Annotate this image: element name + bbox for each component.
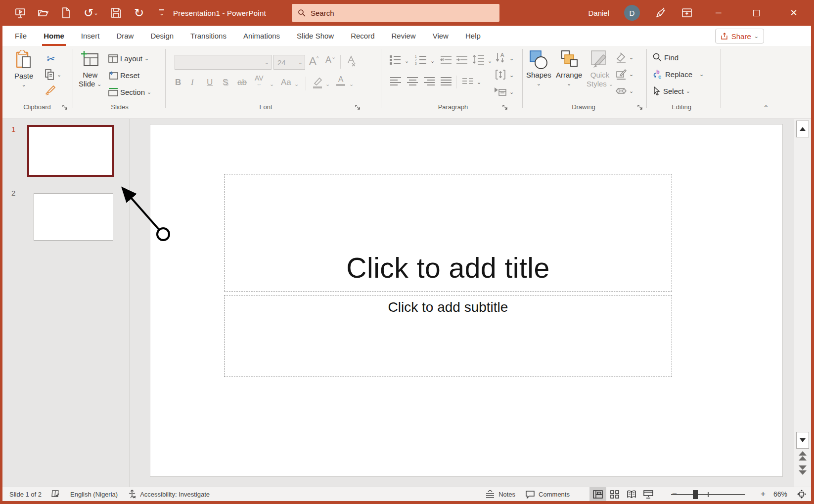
chevron-down-icon[interactable]: ⌄ xyxy=(296,60,305,65)
next-slide-button[interactable] xyxy=(797,464,808,475)
chevron-down-icon[interactable]: ⌄ xyxy=(629,88,633,94)
replace-button[interactable]: b c Replace ⌄ xyxy=(652,68,704,81)
tab-animations[interactable]: Animations xyxy=(235,26,288,46)
chevron-down-icon[interactable]: ⌄ xyxy=(509,56,514,61)
chevron-down-icon[interactable]: ⌄ xyxy=(325,82,330,87)
scroll-up-button[interactable] xyxy=(796,121,809,137)
collapse-ribbon-button[interactable]: ⌃ xyxy=(763,104,769,111)
italic-button[interactable]: I xyxy=(191,78,194,87)
format-painter-button[interactable] xyxy=(45,84,57,96)
bullets-button[interactable] xyxy=(390,55,402,65)
quick-styles-button[interactable]: Quick Styles ⌄ xyxy=(587,50,613,88)
slide2-thumbnail[interactable] xyxy=(34,193,113,241)
title-placeholder[interactable]: Click to add title xyxy=(224,174,672,292)
chevron-down-icon[interactable]: ⌄ xyxy=(93,10,98,16)
chevron-down-icon[interactable]: ⌄ xyxy=(477,80,481,85)
font-dialog-launcher[interactable] xyxy=(355,104,361,111)
accessibility-checker[interactable]: Accessibility: Investigate xyxy=(123,487,215,502)
redo-icon[interactable]: ↻ xyxy=(133,7,145,19)
comments-button[interactable]: Comments xyxy=(520,487,575,502)
clear-formatting-button[interactable] xyxy=(345,55,357,67)
line-spacing-button[interactable] xyxy=(472,54,485,65)
minimize-button[interactable]: ─ xyxy=(707,0,730,26)
presenter-coach-icon[interactable] xyxy=(655,7,667,19)
shape-fill-button[interactable] xyxy=(615,52,627,64)
fit-slide-to-window-button[interactable] xyxy=(792,489,811,499)
tab-transitions[interactable]: Transitions xyxy=(182,26,235,46)
language-indicator[interactable]: English (Nigeria) xyxy=(65,487,123,502)
maximize-button[interactable] xyxy=(745,0,768,26)
tab-draw[interactable]: Draw xyxy=(108,26,142,46)
select-button[interactable]: Select ⌄ xyxy=(652,84,690,97)
chevron-down-icon[interactable]: ⌄ xyxy=(294,82,299,87)
search-box[interactable] xyxy=(292,4,499,22)
tab-slide-show[interactable]: Slide Show xyxy=(288,26,342,46)
chevron-down-icon[interactable]: ⌄ xyxy=(349,82,354,87)
tab-view[interactable]: View xyxy=(424,26,457,46)
align-text-button[interactable] xyxy=(495,69,506,81)
justify-button[interactable] xyxy=(440,77,452,86)
new-slide-button[interactable]: New Slide ⌄ xyxy=(79,50,102,88)
highlight-color-button[interactable] xyxy=(312,77,323,89)
tab-record[interactable]: Record xyxy=(342,26,383,46)
strikethrough-button[interactable]: ab xyxy=(237,78,247,87)
chevron-down-icon[interactable]: ⌄ xyxy=(488,58,492,64)
paste-button[interactable]: Paste ⌄ xyxy=(14,50,33,87)
chevron-down-icon[interactable]: ⌄ xyxy=(263,60,271,65)
normal-view-button[interactable] xyxy=(589,487,606,502)
shape-effects-button[interactable] xyxy=(615,85,627,96)
font-name-combo[interactable]: ⌄ xyxy=(175,55,271,70)
convert-smartart-button[interactable] xyxy=(494,85,506,97)
bold-button[interactable]: B xyxy=(175,78,181,87)
open-icon[interactable] xyxy=(37,7,49,19)
slide1-thumbnail[interactable] xyxy=(27,125,114,177)
find-button[interactable]: Find xyxy=(652,51,678,64)
chevron-down-icon[interactable]: ⌄ xyxy=(430,58,435,64)
tab-file[interactable]: File xyxy=(6,26,35,46)
slideshow-view-button[interactable] xyxy=(640,487,657,502)
increase-font-size-button[interactable]: A^ xyxy=(309,55,318,68)
chevron-down-icon[interactable]: ⌄ xyxy=(509,73,514,78)
chevron-down-icon[interactable]: ⌄ xyxy=(405,58,409,64)
slide-editing-surface[interactable]: Click to add title Click to add subtitle xyxy=(150,124,783,477)
slide-sorter-view-button[interactable] xyxy=(606,487,623,502)
slide-indicator[interactable]: Slide 1 of 2 xyxy=(2,487,46,502)
zoom-percentage[interactable]: 66% xyxy=(769,487,792,502)
tab-design[interactable]: Design xyxy=(142,26,182,46)
start-slideshow-icon[interactable] xyxy=(14,7,26,19)
scroll-down-button[interactable] xyxy=(796,432,809,449)
font-color-button[interactable]: A xyxy=(336,76,345,86)
chevron-down-icon[interactable]: ⌄ xyxy=(629,55,633,60)
arrange-button[interactable]: Arrange ⌄ xyxy=(556,50,582,86)
customize-qat-icon[interactable]: ⌄ xyxy=(156,7,168,19)
text-shadow-button[interactable]: S xyxy=(223,78,228,87)
align-left-button[interactable] xyxy=(390,77,402,86)
shapes-button[interactable]: Shapes ⌄ xyxy=(526,50,551,86)
layout-button[interactable]: Layout ⌄ xyxy=(108,52,149,65)
user-name[interactable]: Daniel xyxy=(588,9,609,17)
decrease-font-size-button[interactable]: A⌄ xyxy=(325,55,336,65)
ribbon-display-options-icon[interactable] xyxy=(681,7,692,18)
change-case-button[interactable]: Aa xyxy=(281,78,291,87)
previous-slide-button[interactable] xyxy=(797,451,808,462)
tab-help[interactable]: Help xyxy=(457,26,489,46)
section-button[interactable]: Section ⌄ xyxy=(108,85,151,98)
decrease-indent-button[interactable] xyxy=(440,55,452,65)
subtitle-placeholder[interactable]: Click to add subtitle xyxy=(224,295,672,377)
tab-insert[interactable]: Insert xyxy=(73,26,108,46)
text-direction-button[interactable]: A xyxy=(495,52,506,64)
character-spacing-button[interactable]: AV ↔ xyxy=(255,76,264,86)
align-right-button[interactable] xyxy=(423,77,435,86)
reset-button[interactable]: Reset xyxy=(108,69,139,82)
save-icon[interactable] xyxy=(110,7,122,19)
vertical-scrollbar[interactable] xyxy=(794,119,811,487)
spell-check-button[interactable] xyxy=(46,487,65,502)
align-center-button[interactable] xyxy=(407,77,418,86)
chevron-down-icon[interactable]: ⌄ xyxy=(629,72,633,77)
shape-outline-button[interactable] xyxy=(615,69,627,81)
numbering-button[interactable]: 1 2 3 xyxy=(414,55,427,65)
search-input[interactable] xyxy=(310,8,473,18)
new-file-icon[interactable] xyxy=(60,7,72,19)
increase-indent-button[interactable] xyxy=(456,55,468,65)
share-button[interactable]: Share ⌄ xyxy=(715,29,764,43)
